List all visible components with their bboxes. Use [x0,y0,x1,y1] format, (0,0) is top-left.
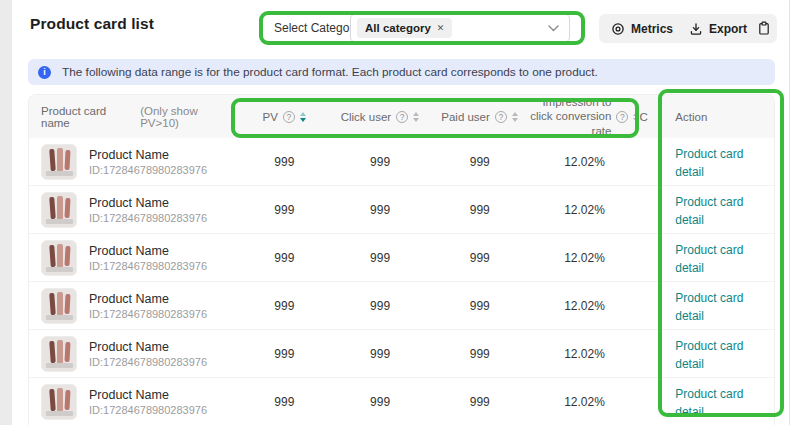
action-cell: Product card detail [665,384,774,420]
paid-user-header-label: Paid user [441,111,490,123]
table-row: Product Name ID:17284678980283976 999 99… [29,378,774,425]
table-row: Product Name ID:17284678980283976 999 99… [29,282,774,330]
click-user-header-label: Click user [341,111,391,123]
conversion-rate-value: 12.02% [530,347,640,361]
table-row: Product Name ID:17284678980283976 999 99… [29,138,774,186]
table-header-row: Product card name (Only show PV>10) PV ?… [29,95,774,138]
paid-user-value: 999 [430,347,530,361]
product-cell: Product Name ID:17284678980283976 [29,384,238,420]
metrics-icon [611,22,625,36]
product-cell: Product Name ID:17284678980283976 [29,240,238,276]
help-icon[interactable]: ? [495,111,507,123]
help-icon[interactable]: ? [283,111,295,123]
product-card-detail-link[interactable]: Product card detail [675,387,743,419]
product-name-header-note: (Only show PV>10) [140,105,238,129]
action-cell: Product card detail [665,144,774,180]
clipboard-icon [757,21,771,36]
conversion-rate-value: 12.02% [530,251,640,265]
table-body: Product Name ID:17284678980283976 999 99… [29,138,774,425]
metrics-button-label: Metrics [631,22,673,36]
table-row: Product Name ID:17284678980283976 999 99… [29,234,774,282]
conversion-rate-value: 12.02% [530,299,640,313]
pv-value: 999 [238,395,330,409]
category-tag-label: All category [365,22,431,34]
product-table: Product card name (Only show PV>10) PV ?… [28,94,775,425]
table-row: Product Name ID:17284678980283976 999 99… [29,330,774,378]
action-cell: Product card detail [665,288,774,324]
product-name: Product Name [89,340,207,354]
product-thumbnail [41,192,77,228]
clipboard-button[interactable] [750,14,777,43]
help-icon[interactable]: ? [616,111,628,123]
download-icon [689,22,703,36]
product-card-detail-link[interactable]: Product card detail [675,243,743,275]
product-id: ID:17284678980283976 [89,356,207,368]
sort-icon[interactable] [300,112,306,122]
info-banner: i The following data range is for the pr… [28,59,775,85]
click-user-value: 999 [330,203,430,217]
export-button-label: Export [709,22,747,36]
paid-user-value: 999 [430,299,530,313]
product-thumbnail [41,336,77,372]
pv-header-label: PV [263,111,278,123]
page-title: Product card list [30,15,154,33]
product-card-detail-link[interactable]: Product card detail [675,339,743,371]
pv-value: 999 [238,251,330,265]
pv-value: 999 [238,155,330,169]
paid-user-value: 999 [430,203,530,217]
product-thumbnail [41,240,77,276]
product-cell: Product Name ID:17284678980283976 [29,192,238,228]
pv-value: 999 [238,299,330,313]
product-name: Product Name [89,196,207,210]
conversion-rate-value: 12.02% [530,203,640,217]
product-id: ID:17284678980283976 [89,212,207,224]
help-icon[interactable]: ? [396,111,408,123]
product-name: Product Name [89,388,207,402]
column-header-paid-user[interactable]: Paid user ? [430,111,530,123]
product-name: Product Name [89,148,207,162]
product-id: ID:17284678980283976 [89,308,207,320]
sort-icon[interactable] [512,112,518,122]
remove-tag-icon[interactable]: ✕ [437,23,445,33]
export-button[interactable]: Export [677,14,759,43]
product-thumbnail [41,384,77,420]
click-user-value: 999 [330,347,430,361]
column-header-pv[interactable]: PV ? [238,111,330,123]
click-user-value: 999 [330,251,430,265]
paid-user-value: 999 [430,155,530,169]
product-name-header-label: Product card name [41,105,137,129]
metrics-button[interactable]: Metrics [599,14,685,43]
table-row: Product Name ID:17284678980283976 999 99… [29,186,774,234]
click-user-value: 999 [330,299,430,313]
product-thumbnail [41,288,77,324]
conversion-rate-header-label: Impression to click conversion rate [529,95,611,138]
info-banner-text: The following data range is for the prod… [62,65,598,79]
product-cell: Product Name ID:17284678980283976 [29,336,238,372]
product-cell: Product Name ID:17284678980283976 [29,288,238,324]
category-tag[interactable]: All category ✕ [357,18,452,38]
chevron-down-icon[interactable] [548,25,559,32]
product-thumbnail [41,144,77,180]
product-name: Product Name [89,244,207,258]
paid-user-value: 999 [430,395,530,409]
conversion-rate-value: 12.02% [530,395,640,409]
column-header-conversion-rate[interactable]: Impression to click conversion rate ? [529,95,639,138]
product-card-detail-link[interactable]: Product card detail [675,291,743,323]
info-icon: i [38,66,51,79]
click-user-value: 999 [330,395,430,409]
product-card-detail-link[interactable]: Product card detail [675,147,743,179]
product-id: ID:17284678980283976 [89,404,207,416]
column-header-product-name: Product card name (Only show PV>10) [29,105,238,129]
product-card-detail-link[interactable]: Product card detail [675,195,743,227]
column-header-action: Action [665,111,774,123]
product-cell: Product Name ID:17284678980283976 [29,144,238,180]
click-user-value: 999 [330,155,430,169]
column-header-partial: C [639,111,665,123]
conversion-rate-value: 12.02% [530,155,640,169]
action-cell: Product card detail [665,192,774,228]
product-name: Product Name [89,292,207,306]
product-id: ID:17284678980283976 [89,260,207,272]
column-header-click-user[interactable]: Click user ? [330,111,430,123]
category-select[interactable]: All category ✕ [350,13,570,43]
sort-icon[interactable] [413,112,419,122]
